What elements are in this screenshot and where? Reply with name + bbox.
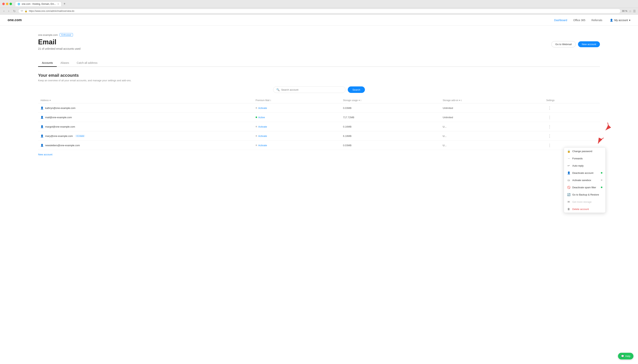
status-indicator-green [601, 172, 602, 174]
minimize-dot[interactable] [6, 3, 9, 5]
info-icon-storage: ℹ [361, 99, 361, 102]
more-badge: +1 more [75, 134, 85, 137]
new-tab-button[interactable]: + [62, 2, 67, 6]
status-indicator-gray [601, 179, 602, 181]
tab-bar: 🌐 one.com : Hosting, Domain, Em... ✕ + [15, 2, 67, 6]
go-to-webmail-button[interactable]: Go to Webmail [551, 41, 576, 48]
table-row: 👤 newsletters@one-example.com Activate 0… [38, 141, 600, 150]
table-row: 👤 mary@one-example.com +1 more Activate … [38, 131, 600, 141]
email-table: Address ▾ Premium Mail ℹ Storage usage ▾… [38, 98, 600, 150]
nav-link-office365[interactable]: Office 365 [573, 19, 585, 22]
reload-button[interactable]: ↻ [12, 9, 17, 13]
status-dot [256, 144, 257, 146]
col-header-storage: Storage usage ▾ ℹ [341, 98, 440, 103]
menu-icon[interactable]: ☰ [633, 9, 636, 13]
search-button[interactable]: Search [348, 86, 365, 93]
search-icon: 🔍 [276, 88, 280, 91]
forward-icon: → [567, 157, 570, 160]
tab-close-button[interactable]: ✕ [57, 3, 59, 5]
addon-value: Unlimited [443, 106, 453, 110]
forward-button[interactable]: › [7, 9, 10, 13]
shield-icon: 🛡 [21, 10, 23, 12]
user-icon: 👤 [40, 125, 44, 128]
fullscreen-dot[interactable] [10, 3, 12, 5]
premium-status[interactable]: Active [256, 116, 338, 119]
menu-item-activate-sanebox[interactable]: 🗂 Activate sanebox [564, 176, 605, 184]
row-menu-button[interactable]: ⋮ [546, 125, 553, 128]
address-bar[interactable]: 🛡 🔒 https://www.one.com/admin/mail/overv… [18, 9, 621, 13]
new-account-button[interactable]: New account [578, 41, 600, 47]
nav-link-referrals[interactable]: Referrals [591, 19, 602, 22]
user-deactivate-icon: 👤 [567, 171, 570, 174]
status-dot [256, 135, 257, 137]
new-account-link[interactable]: New account [38, 153, 52, 156]
premium-status[interactable]: Activate [256, 125, 338, 128]
sort-icon[interactable]: ▾ [50, 99, 51, 102]
menu-item-backup-restore[interactable]: 🔄 Go to Backup & Restore [564, 191, 605, 198]
back-button[interactable]: ‹ [2, 9, 6, 13]
domain-line: one-example.com Enthusiast [38, 33, 600, 36]
top-navigation: one.com Dashboard Office 365 Referrals 👤… [0, 15, 638, 26]
tab-catchall[interactable]: Catch-all address [73, 60, 101, 67]
email-addr-text: margot@one-example.com [45, 125, 75, 128]
status-dot [256, 126, 257, 127]
search-input[interactable] [281, 88, 342, 91]
status-indicator-green2 [601, 186, 602, 188]
address-bar-row: ‹ › ↻ 🛡 🔒 https://www.one.com/admin/mail… [0, 8, 638, 15]
help-icon: 💬 [621, 355, 624, 358]
premium-status[interactable]: Activate [256, 106, 338, 110]
email-address-cell: 👤 mary@one-example.com +1 more [40, 134, 251, 138]
tab-aliases[interactable]: Aliases [57, 60, 73, 67]
email-address-cell: 👤 kathryn@one-example.com [40, 106, 251, 110]
bookmark-icon[interactable]: ☆ [629, 9, 631, 13]
my-account-button[interactable]: 👤 My account ▾ [610, 19, 630, 22]
tab-accounts[interactable]: Accounts [38, 60, 57, 67]
page-title: Email [38, 38, 81, 46]
search-input-wrap: 🔍 [273, 86, 345, 93]
user-icon: 👤 [40, 106, 44, 110]
spam-icon: 🚫 [567, 186, 570, 189]
premium-status[interactable]: Activate [256, 134, 338, 138]
context-menu: 🔒 Change password → Forwards ↩ Auto-repl… [564, 147, 606, 213]
user-icon: 👤 [40, 144, 44, 147]
plan-badge: Enthusiast [60, 33, 73, 36]
page-subtitle: 21 of unlimited email accounts used [38, 47, 81, 50]
premium-status[interactable]: Activate [256, 144, 338, 147]
domain-name: one-example.com [38, 34, 58, 36]
row-menu-button-active[interactable]: ⋮ [546, 115, 553, 119]
menu-item-deactivate-account[interactable]: 👤 Deactivate account [564, 169, 605, 176]
tabs: Accounts Aliases Catch-all address [38, 60, 600, 67]
lock-icon: 🔒 [25, 10, 28, 12]
help-button[interactable]: 💬 Help [618, 353, 633, 360]
email-address-cell: 👤 mail@one-example.com [40, 116, 251, 119]
menu-item-get-storage: ✉ Get more storage [564, 198, 605, 206]
reply-icon: ↩ [567, 164, 570, 167]
menu-item-forwards[interactable]: → Forwards [564, 155, 605, 162]
close-dot[interactable] [2, 3, 5, 5]
row-menu-button[interactable]: ⋮ [546, 143, 553, 147]
tab-title: one.com : Hosting, Domain, Em... [22, 3, 56, 5]
email-address-cell: 👤 margot@one-example.com [40, 125, 251, 128]
col-header-settings: Settings [544, 98, 600, 103]
table-row: 👤 mail@one-example.com Active 717.72MB U… [38, 113, 600, 122]
menu-item-deactivate-spam[interactable]: 🚫 Deactivate spam filter [564, 184, 605, 191]
row-menu-button[interactable]: ⋮ [546, 106, 553, 110]
chevron-down-icon: ▾ [629, 19, 630, 22]
browser-titlebar: 🌐 one.com : Hosting, Domain, Em... ✕ + [0, 0, 638, 8]
status-dot [256, 107, 257, 109]
section-desc: Keep an overview of all your email accou… [38, 79, 600, 82]
storage-icon: ✉ [567, 200, 570, 203]
row-menu-button[interactable]: ⋮ [546, 134, 553, 138]
table-row: 👤 margot@one-example.com Activate 0.16MB… [38, 122, 600, 131]
menu-item-change-password[interactable]: 🔒 Change password [564, 148, 605, 155]
my-account-label: My account [614, 19, 628, 22]
logo[interactable]: one.com [8, 18, 22, 22]
menu-item-auto-reply[interactable]: ↩ Auto-reply [564, 162, 605, 169]
sort-icon-storage[interactable]: ▾ [359, 99, 360, 102]
window-controls [2, 3, 12, 5]
menu-item-delete-account[interactable]: 🗑 Delete account [564, 206, 605, 213]
addon-value: U... [443, 144, 446, 147]
nav-link-dashboard[interactable]: Dashboard [554, 19, 567, 22]
browser-tab[interactable]: 🌐 one.com : Hosting, Domain, Em... ✕ [15, 2, 62, 6]
sort-icon-addon[interactable]: ▾ [459, 99, 460, 102]
